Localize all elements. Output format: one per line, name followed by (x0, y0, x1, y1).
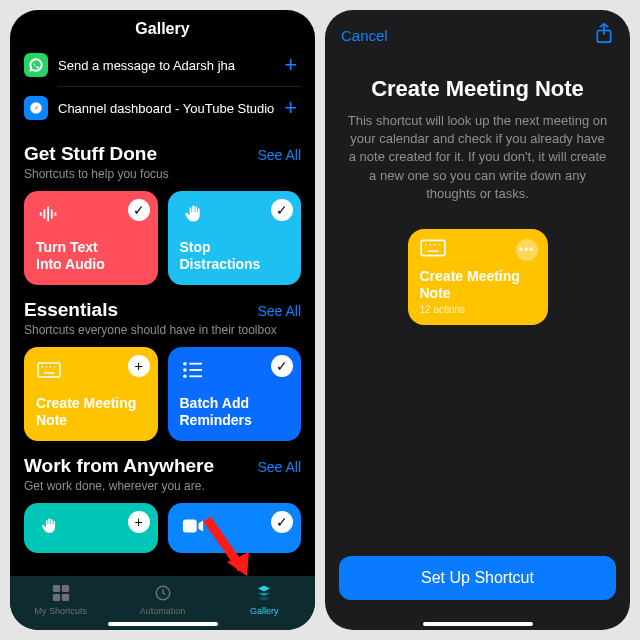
shortcut-card-stop-distractions[interactable]: ✓ Stop Distractions (168, 191, 302, 285)
tab-label: Automation (140, 606, 186, 616)
add-icon[interactable]: + (280, 95, 301, 121)
svg-rect-5 (55, 212, 57, 216)
preview-title: Create Meeting Note (420, 268, 536, 302)
share-button[interactable] (594, 22, 614, 48)
preview-subtitle: 12 actions (420, 304, 536, 315)
section-header: Work from Anywhere See All (24, 455, 301, 477)
svg-rect-20 (62, 585, 69, 592)
svg-rect-6 (38, 363, 60, 377)
card-title: Create Meeting Note (36, 395, 146, 429)
svg-point-14 (183, 368, 187, 372)
svg-rect-22 (62, 594, 69, 601)
detail-description: This shortcut will look up the next meet… (347, 112, 608, 203)
detail-title: Create Meeting Note (347, 76, 608, 102)
shortcut-preview-card[interactable]: ••• Create Meeting Note 12 actions (408, 229, 548, 325)
automation-icon (152, 582, 174, 604)
plus-icon: + (128, 355, 150, 377)
safari-icon (24, 96, 48, 120)
tab-gallery[interactable]: Gallery (213, 582, 315, 616)
section-title: Essentials (24, 299, 118, 321)
keyboard-icon (36, 357, 62, 383)
gallery-content: Send a message to Adarsh jha + Channel d… (10, 44, 315, 576)
starter-label: Channel dashboard - YouTube Studio (58, 101, 280, 116)
more-icon[interactable]: ••• (516, 239, 538, 261)
checkmark-icon: ✓ (128, 199, 150, 221)
shortcut-card-batch-add-reminders[interactable]: ✓ Batch Add Reminders (168, 347, 302, 441)
section-header: Essentials See All (24, 299, 301, 321)
shortcut-card-work[interactable]: + (24, 503, 158, 553)
card-row: + Create Meeting Note ✓ Batch Add Remind… (24, 347, 301, 441)
section-title: Work from Anywhere (24, 455, 214, 477)
shortcut-detail-screen: Cancel Create Meeting Note This shortcut… (325, 10, 630, 630)
audio-wave-icon (36, 201, 62, 227)
svg-rect-2 (44, 209, 46, 218)
svg-rect-15 (189, 369, 202, 371)
section-subtitle: Shortcuts everyone should have in their … (24, 323, 301, 337)
whatsapp-icon (24, 53, 48, 77)
plus-icon: + (128, 511, 150, 533)
tab-label: My Shortcuts (35, 606, 88, 616)
see-all-link[interactable]: See All (257, 303, 301, 319)
card-title: Turn Text Into Audio (36, 239, 146, 273)
home-indicator (108, 622, 218, 626)
shortcut-card-turn-text-into-audio[interactable]: ✓ Turn Text Into Audio (24, 191, 158, 285)
tab-automation[interactable]: Automation (112, 582, 214, 616)
starter-label: Send a message to Adarsh jha (58, 58, 280, 73)
shortcut-card-work[interactable]: ✓ (168, 503, 302, 553)
starter-item[interactable]: Channel dashboard - YouTube Studio + (24, 87, 301, 129)
add-icon[interactable]: + (280, 52, 301, 78)
starter-item[interactable]: Send a message to Adarsh jha + (24, 44, 301, 86)
section-title: Get Stuff Done (24, 143, 157, 165)
svg-point-12 (183, 362, 187, 366)
svg-rect-3 (47, 207, 49, 222)
cancel-button[interactable]: Cancel (341, 27, 388, 44)
tab-label: Gallery (250, 606, 279, 616)
checkmark-icon: ✓ (271, 355, 293, 377)
card-title: Batch Add Reminders (180, 395, 290, 429)
card-title: Stop Distractions (180, 239, 290, 273)
checkmark-icon: ✓ (271, 199, 293, 221)
svg-rect-4 (51, 209, 53, 218)
shortcut-card-create-meeting-note[interactable]: + Create Meeting Note (24, 347, 158, 441)
grid-icon (50, 582, 72, 604)
svg-point-16 (183, 375, 187, 379)
home-indicator (423, 622, 533, 626)
hand-icon (36, 513, 62, 539)
svg-rect-19 (53, 585, 60, 592)
gallery-screen: Gallery Send a message to Adarsh jha + C… (10, 10, 315, 630)
tab-my-shortcuts[interactable]: My Shortcuts (10, 582, 112, 616)
checkmark-icon: ✓ (271, 511, 293, 533)
see-all-link[interactable]: See All (257, 147, 301, 163)
card-row: ✓ Turn Text Into Audio ✓ Stop Distractio… (24, 191, 301, 285)
section-header: Get Stuff Done See All (24, 143, 301, 165)
hand-icon (180, 201, 206, 227)
nav-title: Gallery (10, 10, 315, 44)
card-row: + ✓ (24, 503, 301, 553)
modal-topbar: Cancel (325, 10, 630, 54)
svg-rect-17 (189, 375, 202, 377)
svg-rect-21 (53, 594, 60, 601)
svg-rect-18 (182, 520, 196, 533)
svg-rect-1 (40, 212, 42, 216)
section-subtitle: Get work done, wherever you are. (24, 479, 301, 493)
video-icon (180, 513, 206, 539)
svg-rect-13 (189, 363, 202, 365)
detail-area: Create Meeting Note This shortcut will l… (325, 54, 630, 556)
svg-rect-25 (421, 240, 445, 255)
list-icon (180, 357, 206, 383)
setup-shortcut-button[interactable]: Set Up Shortcut (339, 556, 616, 600)
section-subtitle: Shortcuts to help you focus (24, 167, 301, 181)
see-all-link[interactable]: See All (257, 459, 301, 475)
cta-area: Set Up Shortcut (325, 556, 630, 630)
gallery-icon (253, 582, 275, 604)
